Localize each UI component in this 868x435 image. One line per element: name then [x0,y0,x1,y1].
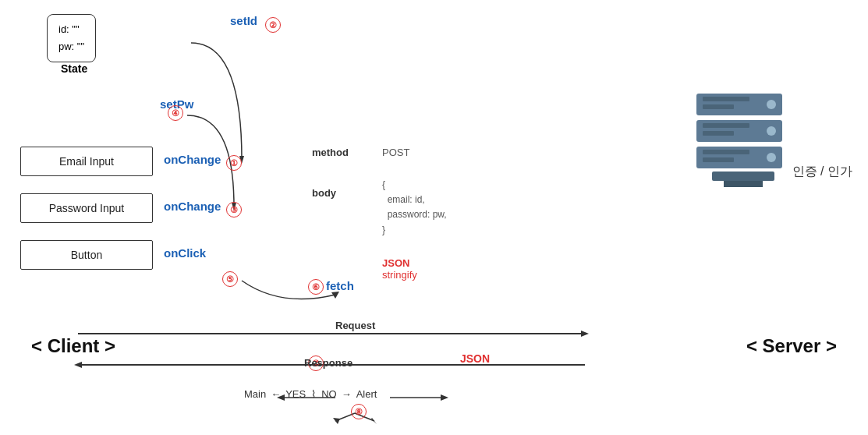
email-input-box: Email Input [20,147,153,176]
server-base [712,172,774,181]
svg-marker-6 [74,362,82,368]
server-stand [724,181,763,187]
server-dot-2 [767,126,776,136]
step-number-2: ② [265,17,281,33]
step-number-5: ⑤ [222,271,238,287]
svg-marker-13 [333,418,340,424]
json-response: JSON [460,352,490,365]
no-label: NO [321,388,337,400]
auth-label: 인증 / 인가 [792,164,852,180]
arrow-left-main: ← [271,388,281,400]
yes-label: YES [285,388,306,400]
server-rack [696,94,790,168]
step-number-6: ⑥ [308,279,324,295]
bottom-navigation: Main ← YES ⌇ NO → Alert [242,388,379,400]
diagram-container: id: "" pw: "" State setId ② setPw ④ Emai… [0,0,868,435]
json-body: { email: id, password: pw, } [382,178,447,238]
fetch-label: fetch [326,279,354,292]
button-label: Button [71,249,102,261]
body-label: body [312,187,336,199]
post-value: POST [382,147,409,158]
step-number-1: ① [226,155,242,171]
step-number-4: ④ [168,105,183,121]
json-label: JSON [382,257,417,269]
server-unit-1 [696,94,782,115]
state-pw: pw: "" [58,38,84,55]
svg-marker-4 [581,331,589,337]
onchange3-label: onChange [164,200,221,213]
response-label: Response [304,357,353,369]
setid-label: setId [230,14,257,27]
main-label: Main [244,388,266,400]
svg-marker-14 [371,418,377,424]
json-stringify: JSON stringify [382,257,417,281]
server-unit-2 [696,120,782,142]
method-label: method [312,147,349,158]
stringify-label: stringify [382,269,417,281]
password-input-label: Password Input [49,202,125,214]
email-input-label: Email Input [59,155,114,168]
arrow-right-alert: → [342,388,352,400]
fork-symbol: ⌇ [311,388,316,400]
state-box: id: "" pw: "" [47,14,96,62]
step-number-8: ⑧ [351,404,367,419]
alert-label: Alert [356,388,377,400]
request-label: Request [335,320,375,331]
svg-marker-2 [331,292,339,299]
server-unit-3 [696,147,782,168]
server-label: < Server > [746,335,837,357]
server-dot-1 [767,100,776,109]
step-number-3: ③ [226,202,242,218]
onchange1-label: onChange [164,153,221,166]
state-id: id: "" [58,21,84,38]
server-illustration [696,94,790,187]
button-box: Button [20,240,153,270]
password-input-box: Password Input [20,193,153,223]
state-label: State [61,62,87,75]
server-dot-3 [767,153,776,162]
svg-marker-10 [441,394,448,401]
onclick-label: onClick [164,246,206,260]
client-label: < Client > [31,335,115,357]
